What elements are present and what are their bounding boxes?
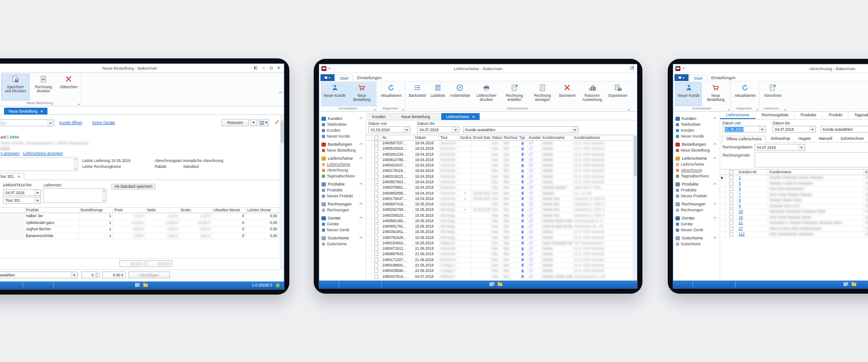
- table-row[interactable]: 18 Xxxxxxxx Xxxxxxxx Xxxxxxx XxxX Xxxx: [720, 209, 868, 215]
- sub-tab[interactable]: Hogast: [795, 136, 814, 142]
- customer-note-textarea[interactable]: [0, 157, 78, 171]
- row-checkbox[interactable]: [374, 152, 378, 157]
- header-cell[interactable]: Brutto: [179, 208, 212, 213]
- row-checkbox[interactable]: [729, 193, 733, 197]
- sidebar-group[interactable]: Produkte: [321, 182, 363, 186]
- table-row[interactable]: 2480791829… 15.05.2018 Dienstag ✓ Neu Ba…: [366, 235, 637, 241]
- header-cell[interactable]: Aktuelles Monat: [212, 208, 246, 213]
- select-all-checkbox[interactable]: [729, 170, 733, 174]
- table-row[interactable]: 2480581465… 15.05.2018 Dienstag ✓ Neu Ba…: [366, 219, 637, 224]
- scrollbar-thumb[interactable]: [281, 120, 283, 143]
- close-tab-icon[interactable]: ✕: [472, 115, 475, 119]
- view-options-button[interactable]: [259, 119, 269, 126]
- row-checkbox[interactable]: [374, 175, 378, 179]
- cancel-button[interactable]: Abbrechen: [57, 74, 80, 100]
- table-row[interactable]: 2480424347… 19.04.2018 Donnerst ✓ Neu Ba…: [366, 163, 637, 168]
- row-checkbox[interactable]: [374, 269, 378, 273]
- table-row[interactable]: 2480336523… 15.05.2018 Dienstag ✓ Neu Ba…: [366, 213, 637, 218]
- customer-filter-combobox[interactable]: Kunde auswählen: [821, 126, 868, 133]
- table-row[interactable]: 2480542663… 19.04.2018 Donnerst ✓ Neu Ba…: [366, 146, 637, 152]
- table-row[interactable]: 1 Xxxxxx Xxxxxxxx Xxxxx Xxxxxxx Xxx: [720, 175, 868, 181]
- sidebar-item[interactable]: Lieferscheine: [322, 162, 363, 167]
- product-select-combobox[interactable]: auswählen: [0, 272, 78, 278]
- sidebar-group[interactable]: Gutscheine: [321, 236, 363, 240]
- row-checkbox[interactable]: [374, 247, 378, 251]
- backzettel-button[interactable]: Backzettel: [406, 82, 428, 106]
- header-cell[interactable]: Typ: [518, 135, 528, 140]
- sidebar-item[interactable]: Gutscheine: [322, 242, 363, 246]
- rechnung-erstellen-button[interactable]: Rechnung erstellen: [500, 82, 528, 106]
- header-cell[interactable]: Letztes Monat: [246, 208, 279, 213]
- table-row[interactable]: 21 Xxxxxxxx x. Xxxxxx Xxxxxxxx Xxxxxxx X…: [720, 220, 868, 226]
- sidebar-item[interactable]: Neues Produkt: [322, 194, 363, 198]
- chevron-up-icon[interactable]: [713, 157, 717, 160]
- row-checkbox[interactable]: [374, 263, 378, 267]
- row-checkbox[interactable]: [374, 241, 378, 245]
- sidebar-group[interactable]: Rechnungen: [321, 202, 363, 206]
- sidebar-item[interactable]: Produkte: [322, 188, 363, 192]
- customer-number-link[interactable]: 8: [739, 198, 741, 202]
- dock-window-button[interactable]: [253, 66, 259, 71]
- show-delivery-notes-link[interactable]: Lieferscheine anzeigen: [23, 151, 63, 156]
- sidebar-item[interactable]: Neues Gerät: [676, 228, 717, 232]
- table-row[interactable]: 19 XXX Xxxx Xxxxxxx Xxxxx Xx X: [720, 215, 868, 221]
- edit-pencil-icon[interactable]: [275, 120, 279, 124]
- header-cell[interactable]: Bestellmenge: [79, 208, 113, 213]
- header-cell[interactable]: Kundenname: [768, 170, 864, 175]
- neue-bestellung-button[interactable]: Neue Bestellung: [702, 82, 730, 106]
- header-cell[interactable]: Kunden-Nr.: [737, 170, 768, 175]
- close-button[interactable]: ✕: [276, 66, 282, 71]
- chevron-up-icon[interactable]: [359, 236, 363, 239]
- show-invoices-link-fragment[interactable]: n anzeigen: [0, 151, 19, 156]
- chevron-up-icon[interactable]: [359, 143, 363, 146]
- minimize-button[interactable]: [260, 66, 266, 71]
- table-row[interactable]: 2480178119… 19.04.2018 Donnerst ✓ Neu Ba…: [366, 168, 637, 174]
- table-row[interactable]: 2480391951… 15.05.2018 Dienstag ✓ Neu Ba…: [366, 229, 637, 235]
- row-checkbox[interactable]: [374, 208, 378, 212]
- customer-filter-combobox[interactable]: Kunde auswählen: [463, 126, 579, 133]
- sidebar-group[interactable]: Kunden: [321, 116, 363, 121]
- date-to-combobox[interactable]: 04.07.2018: [773, 126, 816, 133]
- sidebar-item[interactable]: Neue Bestellung: [322, 148, 363, 152]
- bakerman-app-icon[interactable]: [675, 66, 680, 71]
- header-cell[interactable]: Nr.: [381, 135, 414, 140]
- chevron-up-icon[interactable]: [359, 182, 363, 186]
- sidebar-item[interactable]: Neue Bestellung: [676, 148, 717, 152]
- chevron-up-icon[interactable]: [713, 216, 717, 219]
- header-cell[interactable]: Kunden-...: [528, 135, 541, 140]
- sub-tab[interactable]: Sofortrechner: [837, 136, 868, 142]
- sidebar-group[interactable]: Bestellungen: [675, 142, 717, 147]
- aktualisieren-button[interactable]: Aktualisieren: [732, 82, 758, 106]
- abrechnen-button[interactable]: Abrechnen: [760, 82, 785, 106]
- table-row[interactable]: 2480154662… 16.05.2018 Mittwoch ✓ Neu Ba…: [366, 241, 637, 246]
- quantity-stepper[interactable]: 0: [81, 272, 99, 278]
- row-checkbox[interactable]: [374, 275, 378, 279]
- row-checkbox[interactable]: [374, 186, 378, 190]
- sidebar-item[interactable]: Telefonliste: [676, 122, 717, 127]
- collapse-ribbon-icon[interactable]: [278, 91, 282, 95]
- customer-number-link[interactable]: 9: [739, 204, 741, 208]
- stornieren-button[interactable]: Stornieren: [557, 82, 578, 106]
- chevron-up-icon[interactable]: [713, 182, 717, 186]
- customer-number-link[interactable]: 19: [739, 215, 743, 219]
- main-tab[interactable]: Produkt: [823, 112, 849, 119]
- stepper-arrows-icon[interactable]: [94, 272, 99, 277]
- table-row[interactable]: 6 xxxx.xxx xxxxxXxxxx Xxx: [720, 186, 868, 192]
- header-cell[interactable]: Datum: [414, 135, 439, 140]
- table-row[interactable]: 5 Xxxxxx x Xxxx & Xxxxxxxx Xxxx: [720, 181, 868, 187]
- row-checkbox[interactable]: [729, 227, 733, 231]
- sidebar-item[interactable]: Gutscheine: [676, 242, 717, 246]
- customer-combobox[interactable]: Xxxxx Xxxxxx: [0, 119, 54, 126]
- select-all-checkbox[interactable]: [374, 136, 378, 140]
- close-tab-icon[interactable]: ✕: [40, 110, 43, 114]
- add-button[interactable]: Hinzufügen: [128, 272, 170, 278]
- row-checkbox[interactable]: [374, 141, 378, 145]
- table-row[interactable]: 2480292768… 15.05.2018 Dienstag ✓ 15.05.…: [366, 207, 637, 213]
- chevron-up-icon[interactable]: [713, 202, 717, 205]
- sidebar-item[interactable]: Tagesabschluss: [676, 174, 717, 178]
- row-checkbox[interactable]: [729, 198, 733, 202]
- sidebar-group[interactable]: Geräte: [675, 216, 717, 220]
- table-row[interactable]: 2480179447… 19.04.2018 Donnerst ✓ 18.06.…: [366, 196, 637, 202]
- sidebar-item[interactable]: Rechnungen: [676, 208, 717, 212]
- tab-start[interactable]: Start: [335, 75, 353, 81]
